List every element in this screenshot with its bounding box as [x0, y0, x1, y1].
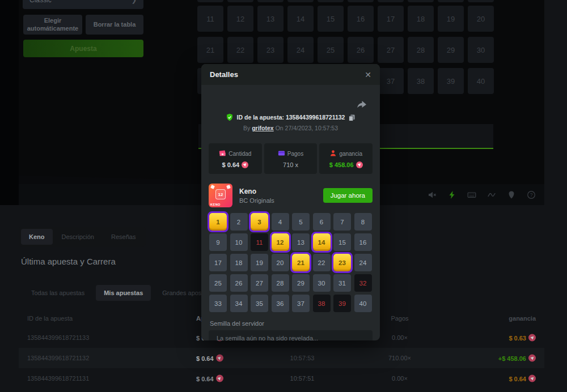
- close-icon[interactable]: ✕: [365, 70, 371, 79]
- keno-result-grid: 1234567891011121314151617181920212223242…: [209, 213, 372, 312]
- card-icon: [278, 150, 285, 158]
- result-number-10: 10: [230, 233, 248, 251]
- bet-meta-row: By grifotex On 27/4/2023, 10:57:53: [201, 125, 380, 131]
- result-number-35: 35: [251, 295, 268, 312]
- result-number-3: 3: [251, 213, 268, 231]
- stat-label: Pagos: [278, 150, 303, 158]
- play-now-button[interactable]: Jugar ahora: [323, 188, 373, 203]
- result-number-22: 22: [313, 254, 331, 271]
- result-number-8: 8: [354, 213, 372, 231]
- result-number-2: 2: [230, 213, 248, 231]
- result-number-38: 38: [313, 295, 331, 312]
- result-number-39: 39: [333, 295, 351, 312]
- result-number-24: 24: [354, 254, 372, 271]
- server-seed-label: Semilla del servidor: [210, 320, 264, 327]
- stat-value-text: $ 458.06: [329, 161, 354, 168]
- result-number-19: 19: [251, 254, 268, 271]
- result-number-29: 29: [292, 274, 310, 292]
- bet-id-text: ID de la apuesta: 135844399618721132: [237, 114, 345, 121]
- result-number-37: 37: [292, 295, 310, 312]
- stat-cantidad: Cantidad$ 0.64: [209, 143, 262, 174]
- result-number-13: 13: [292, 233, 310, 251]
- result-number-17: 17: [209, 254, 227, 271]
- result-number-21: 21: [292, 254, 310, 271]
- result-number-18: 18: [230, 254, 248, 271]
- result-number-32: 32: [354, 274, 372, 292]
- stat-ganancia: ganancia$ 458.06: [319, 143, 373, 174]
- result-number-1: 1: [209, 213, 227, 231]
- bet-stats: Cantidad$ 0.64Pagos710 xganancia$ 458.06: [209, 143, 373, 174]
- result-number-5: 5: [292, 213, 310, 231]
- profit-icon: [329, 150, 337, 158]
- stat-value: $ 0.64: [222, 161, 249, 168]
- result-number-26: 26: [230, 274, 248, 292]
- on-label: On: [276, 125, 284, 131]
- stat-value-text: 710 x: [283, 161, 298, 168]
- page: Classic ❯ Elegir automáticamente Borrar …: [0, 0, 567, 392]
- game-row: 12 KENO Keno BC Originals Jugar ahora: [209, 182, 373, 209]
- result-number-15: 15: [333, 233, 351, 251]
- result-number-12: 12: [272, 233, 289, 251]
- result-number-27: 27: [251, 274, 268, 292]
- result-number-16: 16: [354, 233, 372, 251]
- dice-icon: [226, 185, 231, 189]
- result-number-25: 25: [209, 274, 227, 292]
- token-glyph: [357, 163, 361, 167]
- token-icon: [356, 161, 363, 168]
- thumb-keno-label: KENO: [210, 203, 221, 206]
- result-number-28: 28: [272, 274, 289, 292]
- modal-title: Detalles: [210, 70, 238, 79]
- result-number-6: 6: [313, 213, 331, 231]
- verified-shield-icon: [226, 113, 234, 121]
- result-number-34: 34: [230, 295, 248, 312]
- keno-game-thumbnail[interactable]: 12 KENO: [209, 184, 232, 207]
- game-provider: BC Originals: [239, 197, 274, 204]
- result-number-33: 33: [209, 295, 227, 312]
- stat-label: Cantidad: [219, 150, 251, 158]
- result-number-7: 7: [333, 213, 351, 231]
- cash-icon: [219, 150, 226, 158]
- stat-label-text: Cantidad: [229, 151, 251, 157]
- bet-id-row: ID de la apuesta: 135844399618721132: [201, 113, 380, 121]
- modal-header: Detalles ✕: [201, 64, 380, 85]
- result-number-31: 31: [333, 274, 351, 292]
- stat-label-text: Pagos: [287, 151, 303, 157]
- stat-label: ganancia: [329, 150, 362, 158]
- result-number-9: 9: [209, 233, 227, 251]
- result-number-14: 14: [313, 233, 331, 251]
- result-number-23: 23: [333, 254, 351, 271]
- game-name: Keno: [239, 188, 274, 195]
- stat-value: $ 458.06: [329, 161, 363, 168]
- result-number-40: 40: [354, 295, 372, 312]
- bet-datetime: 27/4/2023, 10:57:53: [285, 125, 338, 131]
- by-label: By: [243, 125, 250, 131]
- stat-label-text: ganancia: [339, 151, 362, 157]
- token-icon: [242, 161, 248, 168]
- bet-details-modal: Detalles ✕ ID de la apuesta: 13584439961…: [201, 64, 380, 340]
- result-number-4: 4: [272, 213, 289, 231]
- result-number-11: 11: [251, 233, 268, 251]
- game-info: Keno BC Originals: [239, 188, 274, 204]
- token-glyph: [243, 163, 247, 167]
- result-number-20: 20: [272, 254, 289, 271]
- stat-pagos: Pagos710 x: [264, 143, 318, 174]
- share-icon[interactable]: [356, 99, 367, 110]
- server-seed-field[interactable]: La semilla aún no ha sido revelada...: [209, 330, 373, 340]
- result-number-30: 30: [313, 274, 331, 292]
- copy-icon[interactable]: [348, 114, 356, 121]
- thumb-number-tile: 12: [215, 189, 226, 199]
- dice-icon: [210, 185, 215, 189]
- stat-value-text: $ 0.64: [222, 161, 240, 168]
- username-link[interactable]: grifotex: [252, 125, 274, 131]
- stat-value: 710 x: [283, 161, 298, 168]
- result-number-36: 36: [272, 295, 289, 312]
